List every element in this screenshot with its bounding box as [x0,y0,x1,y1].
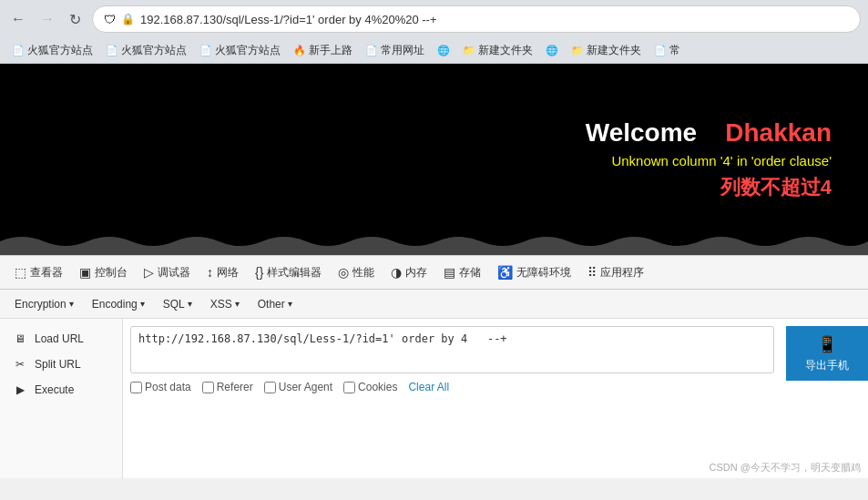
chinese-message: 列数不超过4 [0,174,832,201]
main-content: Welcome Dhakkan Unknown column '4' in 'o… [0,118,868,201]
user-agent-checkbox[interactable] [264,382,276,393]
bookmarks-bar: 📄火狐官方站点 📄火狐官方站点 📄火狐官方站点 🔥新手上路 📄常用网址 🌐 📁新… [0,38,868,63]
devtools-memory[interactable]: ◑ 内存 [383,261,434,284]
accessibility-icon: ♿ [497,265,513,280]
url-input-container: http://192.168.87.130/sql/Less-1/?id=1' … [130,326,774,373]
clear-all-button[interactable]: Clear All [408,381,449,393]
network-label: 网络 [217,265,239,281]
cookies-label: Cookies [358,381,397,393]
storage-label: 存储 [459,265,481,281]
browser-chrome: ← → ↻ 🛡 🔒 192.168.87.130/sql/Less-1/?id=… [0,0,868,64]
welcome-name: Dhakkan [725,118,832,147]
console-icon: ▣ [79,265,91,280]
execute-label: Execute [35,383,74,396]
debugger-label: 调试器 [158,265,190,281]
cookies-checkbox-label[interactable]: Cookies [343,381,397,393]
back-button[interactable]: ← [7,9,29,29]
bookmark-5[interactable]: 📄常用网址 [361,41,429,60]
welcome-label: Welcome [586,118,697,147]
error-message: Unknown column '4' in 'order clause' [0,153,832,168]
encoding-dropdown-arrow: ▾ [140,299,145,309]
split-url-button[interactable]: ✂ Split URL [0,352,122,377]
encryption-label: Encryption [15,298,66,311]
url-domain: 192.168.87.130 [140,13,222,26]
encryption-menu[interactable]: Encryption ▾ [7,295,81,313]
bookmark-7[interactable]: 📁新建文件夹 [567,41,646,60]
split-url-label: Split URL [35,358,81,371]
bottom-options: Post data Referer User Agent Cookies Cle… [130,381,861,393]
referer-checkbox-label[interactable]: Referer [202,381,253,393]
devtools-network[interactable]: ↕ 网络 [199,261,246,284]
load-url-icon: 🖥 [11,332,29,346]
sql-menu[interactable]: SQL ▾ [156,295,199,313]
memory-label: 内存 [405,265,427,281]
post-data-label: Post data [145,381,191,393]
bookmark-3[interactable]: 📄火狐官方站点 [195,41,285,60]
bookmark-globe-2[interactable]: 🌐 [541,43,563,58]
memory-icon: ◑ [391,265,402,280]
console-label: 控制台 [95,265,128,281]
devtools-accessibility[interactable]: ♿ 无障碍环境 [490,261,578,284]
address-url: 192.168.87.130/sql/Less-1/?id=1' order b… [140,13,849,26]
performance-label: 性能 [352,265,374,281]
style-editor-icon: {} [255,265,263,280]
export-icon: 📱 [817,334,837,354]
wave-decoration [0,232,868,255]
referer-label: Referer [217,381,253,393]
encoding-menu[interactable]: Encoding ▾ [85,295,152,313]
encoding-label: Encoding [92,298,138,311]
bookmark-8[interactable]: 📄常 [649,41,685,60]
cookies-checkbox[interactable] [343,382,355,393]
user-agent-label: User Agent [279,381,332,393]
xss-menu[interactable]: XSS ▾ [203,295,247,313]
devtools-console[interactable]: ▣ 控制台 [72,261,135,284]
devtools-debugger[interactable]: ▷ 调试器 [137,261,198,284]
devtools-performance[interactable]: ◎ 性能 [331,261,382,284]
address-bar[interactable]: 🛡 🔒 192.168.87.130/sql/Less-1/?id=1' ord… [92,5,861,33]
devtools-storage[interactable]: ▤ 存储 [436,261,488,284]
sql-label: SQL [163,298,185,311]
plugin-area: 🖥 Load URL ✂ Split URL ▶ Execute http://… [0,319,868,478]
post-data-checkbox[interactable] [130,382,142,393]
shield-icon: 🛡 [104,13,116,26]
post-data-checkbox-label[interactable]: Post data [130,381,191,393]
application-label: 应用程序 [600,265,644,281]
execute-button[interactable]: ▶ Execute [0,377,122,403]
other-menu[interactable]: Other ▾ [250,295,300,313]
sql-dropdown-arrow: ▾ [188,299,192,309]
watermark: CSDN @今天不学习，明天变腊鸡 [710,461,861,474]
welcome-heading: Welcome Dhakkan [0,118,832,148]
devtools-bar: ⬚ 查看器 ▣ 控制台 ▷ 调试器 ↕ 网络 {} 样式编辑器 ◎ 性能 ◑ 内… [0,255,868,290]
url-path: /sql/Less-1/?id=1' order by 4%20%20 --+ [222,13,436,26]
wave-svg [0,232,868,255]
refresh-button[interactable]: ↻ [66,9,85,30]
referer-checkbox[interactable] [202,382,214,393]
debugger-icon: ▷ [144,265,154,280]
bookmark-6[interactable]: 📁新建文件夹 [458,41,537,60]
left-panel: 🖥 Load URL ✂ Split URL ▶ Execute [0,319,123,478]
right-panel: http://192.168.87.130/sql/Less-1/?id=1' … [123,319,868,478]
devtools-application[interactable]: ⠿ 应用程序 [580,261,651,284]
performance-icon: ◎ [338,265,349,280]
bookmark-globe-1[interactable]: 🌐 [433,43,454,58]
plugin-toolbar: Encryption ▾ Encoding ▾ SQL ▾ XSS ▾ Othe… [0,290,868,319]
xss-dropdown-arrow: ▾ [235,299,240,309]
accessibility-label: 无障碍环境 [516,265,571,281]
bookmark-4[interactable]: 🔥新手上路 [289,41,357,60]
bookmark-2[interactable]: 📄火狐官方站点 [101,41,191,60]
style-editor-label: 样式编辑器 [267,265,322,281]
devtools-style-editor[interactable]: {} 样式编辑器 [248,261,329,284]
export-phone-button[interactable]: 📱 导出手机 [786,326,868,381]
url-input[interactable]: http://192.168.87.130/sql/Less-1/?id=1' … [130,326,774,373]
devtools-inspector[interactable]: ⬚ 查看器 [7,261,70,284]
inspector-label: 查看器 [30,265,63,281]
bookmark-1[interactable]: 📄火狐官方站点 [7,41,97,60]
forward-button[interactable]: → [36,9,58,29]
execute-icon: ▶ [11,383,29,397]
split-url-icon: ✂ [11,357,29,372]
storage-icon: ▤ [444,265,455,280]
load-url-button[interactable]: 🖥 Load URL [0,326,122,352]
user-agent-checkbox-label[interactable]: User Agent [264,381,332,393]
export-label: 导出手机 [805,358,849,373]
other-dropdown-arrow: ▾ [288,299,292,309]
